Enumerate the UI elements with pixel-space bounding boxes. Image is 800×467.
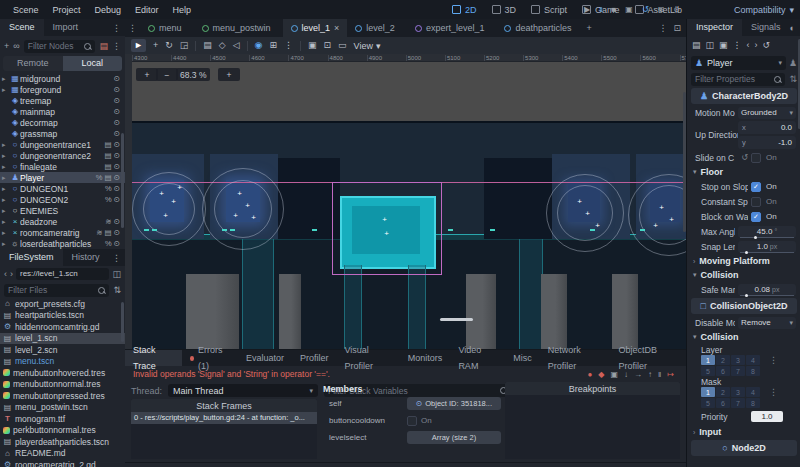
scene-tree-row[interactable]: ▸ × deadzone ≋ ⊙ bbox=[0, 216, 125, 227]
file-row[interactable]: ⚙ hiddenroomcamtrig.gd bbox=[0, 321, 125, 333]
file-row[interactable]: ▤ playerdeathparticles.tscn bbox=[0, 436, 125, 448]
menubar-item[interactable]: Project bbox=[46, 5, 88, 15]
scene-tab[interactable]: expert_level_1 bbox=[407, 19, 497, 37]
canvas-tool-icon[interactable]: ⊡ bbox=[324, 41, 332, 50]
section-collisionobject2d[interactable]: □ CollisionObject2D bbox=[691, 298, 797, 314]
dots-menu-icon[interactable]: ⋮ bbox=[112, 41, 121, 51]
canvas-tool-icon[interactable] bbox=[300, 41, 301, 51]
row-badge-icons[interactable]: ⊙ bbox=[114, 85, 123, 94]
forward-icon[interactable]: › bbox=[10, 269, 13, 279]
dots-menu-icon[interactable]: ⋮ bbox=[769, 355, 778, 365]
debug-control-icon[interactable]: ● bbox=[587, 370, 592, 379]
file-row[interactable]: menubuttonhovered.tres bbox=[0, 367, 125, 379]
scene-tree-row[interactable]: ▸ ○ dungeonentrance1 ▤ ⊙ bbox=[0, 139, 125, 150]
scene-tree-row[interactable]: ▸ ○ ENEMIES bbox=[0, 205, 125, 216]
node-selector-dropdown[interactable]: ♟ Player ▾ bbox=[691, 56, 786, 70]
menubar-item[interactable]: Editor bbox=[128, 5, 166, 15]
workspace-tab[interactable]: 3D bbox=[492, 5, 517, 15]
file-row[interactable]: menubuttonpressed.tres bbox=[0, 390, 125, 402]
priority-field[interactable]: 1.0 bbox=[738, 411, 796, 423]
expander-icon[interactable]: ▸ bbox=[2, 174, 10, 182]
local-button[interactable]: Local bbox=[63, 56, 123, 71]
section-collision-layers[interactable]: ▾ Collision bbox=[687, 330, 800, 344]
sort-files-icon[interactable]: ⇅ bbox=[113, 285, 121, 295]
collision-mask-cell[interactable]: 4 bbox=[746, 387, 760, 397]
scene-tab[interactable]: menu_postwin bbox=[194, 19, 283, 37]
scrollbar[interactable] bbox=[121, 133, 124, 228]
debug-control-icon[interactable]: ◆ bbox=[598, 370, 604, 379]
zoom-level-button[interactable]: 68.3 % bbox=[176, 68, 210, 81]
expand-viewport-icon[interactable]: ⊡ bbox=[673, 23, 681, 33]
canvas-tool-icon[interactable]: ▤ bbox=[203, 41, 212, 50]
collision-mask-cell[interactable]: 3 bbox=[731, 387, 745, 397]
scene-tree-row[interactable]: ▸ ○ dungeonentrance2 ▤ ⊙ bbox=[0, 150, 125, 161]
file-row[interactable]: ⌂ export_presets.cfg bbox=[0, 298, 125, 310]
add-node-icon[interactable]: + bbox=[4, 41, 9, 51]
debugger-tab[interactable]: Visual Profiler bbox=[336, 350, 399, 366]
row-badge-icons[interactable]: % ⊙ bbox=[105, 239, 123, 248]
dock-tab[interactable]: Import bbox=[44, 19, 88, 36]
debugger-tab[interactable]: Misc bbox=[505, 350, 540, 366]
view-menu[interactable]: View ▾ bbox=[354, 41, 381, 51]
scene-tree-row[interactable]: ▸ ▦ foreground ⊙ bbox=[0, 84, 125, 95]
file-row[interactable]: ▤ level_2.scn bbox=[0, 344, 125, 356]
scene-tree-row[interactable]: ◈ mainmap ⊙ bbox=[0, 106, 125, 117]
object-id-button[interactable]: ⊙ Object ID: 351818... bbox=[407, 397, 501, 410]
dots-menu-icon[interactable]: ⋮ bbox=[769, 387, 778, 397]
scene-tab[interactable]: menu bbox=[140, 19, 194, 37]
split-view-icon[interactable]: ◫ bbox=[112, 269, 121, 279]
dots-menu-icon[interactable]: ⋮ bbox=[112, 23, 121, 33]
zoom-in-button[interactable]: + bbox=[218, 68, 240, 81]
file-row[interactable]: perkbuttonnormal.tres bbox=[0, 425, 125, 437]
dock-tab[interactable]: Inspector bbox=[687, 19, 742, 36]
zoom-out-button[interactable]: − bbox=[156, 68, 178, 81]
checkbox[interactable] bbox=[751, 153, 761, 163]
thread-dropdown[interactable]: Main Thread ▾ bbox=[168, 384, 318, 397]
inspector-tool-icon[interactable]: ▣ bbox=[719, 41, 728, 50]
scrollbar[interactable] bbox=[121, 302, 124, 342]
collision-layer-cell[interactable]: 7 bbox=[731, 366, 745, 376]
scene-tree-row[interactable]: ▸ ▦ midground ⊙ bbox=[0, 73, 125, 84]
workspace-tab[interactable]: 2D bbox=[452, 5, 477, 15]
scene-tab[interactable]: level_1 × bbox=[283, 19, 348, 37]
dots-menu-icon[interactable]: ⋮ bbox=[125, 19, 140, 37]
attach-script-icon[interactable]: ▤ bbox=[99, 41, 108, 51]
instance-scene-icon[interactable]: ∞ bbox=[13, 41, 19, 51]
canvas-tool-icon[interactable]: ◇ bbox=[219, 41, 226, 50]
debugger-tab[interactable]: Evaluator bbox=[238, 350, 292, 366]
up-direction-x-field[interactable]: x 0.0 bbox=[738, 121, 796, 134]
collision-layer-cell[interactable]: 4 bbox=[746, 355, 760, 365]
canvas-tool-icon[interactable]: ◁ bbox=[233, 41, 240, 50]
row-badge-icons[interactable]: % ▤ ⊙ bbox=[96, 173, 123, 182]
scene-tab[interactable]: level_2 bbox=[347, 19, 407, 37]
up-direction-y-field[interactable]: y -1.0 bbox=[738, 136, 796, 149]
playback-icon[interactable]: ‖ bbox=[599, 5, 602, 14]
inspector-tool-icon[interactable]: › bbox=[755, 41, 758, 50]
dock-tab[interactable]: Signals bbox=[742, 19, 790, 36]
expander-icon[interactable]: ▸ bbox=[2, 86, 10, 94]
debug-control-icon[interactable]: ↓ bbox=[624, 370, 628, 379]
revert-icon[interactable]: ↺ bbox=[741, 153, 748, 162]
inspector-tool-icon[interactable]: ▤ bbox=[692, 41, 701, 50]
canvas-tool-icon[interactable]: ► bbox=[131, 39, 146, 52]
debug-control-icon[interactable]: ↑ bbox=[648, 370, 652, 379]
row-badge-icons[interactable]: ⊙ bbox=[114, 96, 123, 105]
row-badge-icons[interactable]: ⊙ bbox=[114, 74, 123, 83]
collision-layer-cell[interactable]: 2 bbox=[716, 355, 730, 365]
collision-mask-cell[interactable]: 5 bbox=[701, 398, 715, 408]
dock-tab[interactable]: FileSystem bbox=[0, 249, 63, 266]
dock-tab[interactable]: Scene bbox=[0, 19, 44, 36]
canvas-tool-icon[interactable]: ▭ bbox=[338, 41, 347, 50]
debug-control-icon[interactable]: ↦ bbox=[667, 370, 674, 379]
expander-icon[interactable]: ▸ bbox=[2, 218, 10, 226]
scene-tree-row[interactable]: ◈ decormap ⊙ bbox=[0, 117, 125, 128]
property-filter-icon[interactable]: ⇅ bbox=[789, 74, 797, 84]
debugger-tab[interactable]: Monitors bbox=[400, 350, 451, 366]
history-back-icon[interactable]: ◐ bbox=[790, 23, 795, 33]
row-badge-icons[interactable]: ⊙ bbox=[114, 118, 123, 127]
playback-icon[interactable]: ↺ bbox=[642, 5, 649, 14]
canvas-tool-icon[interactable]: + bbox=[153, 41, 158, 50]
debugger-tab[interactable]: Network Profiler bbox=[540, 350, 611, 366]
section-moving-platform[interactable]: › Moving Platform bbox=[687, 254, 800, 268]
filter-nodes-input[interactable]: Filter Nodes bbox=[24, 40, 96, 53]
